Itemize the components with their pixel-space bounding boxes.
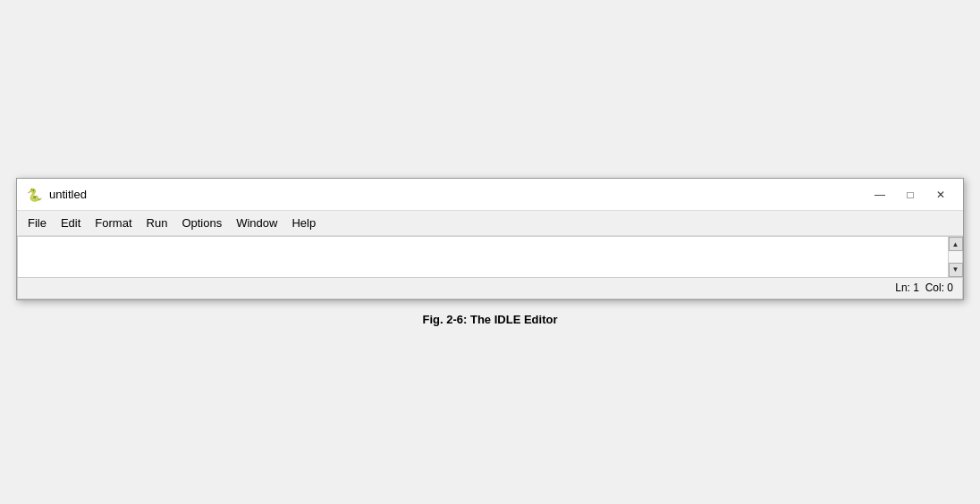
title-bar-left: 🐍 untitled [26, 187, 87, 203]
menu-help[interactable]: Help [284, 214, 323, 231]
menu-file[interactable]: File [21, 214, 54, 231]
vertical-scrollbar[interactable]: ▲ ▼ [948, 237, 962, 276]
menu-run[interactable]: Run [139, 214, 175, 231]
app-icon: 🐍 [26, 187, 42, 203]
scroll-down-button[interactable]: ▼ [949, 263, 963, 277]
idle-window: 🐍 untitled — □ ✕ File Edit Format Run Op… [16, 178, 964, 299]
close-button[interactable]: ✕ [927, 185, 954, 205]
figure-caption: Fig. 2-6: The IDLE Editor [423, 313, 558, 326]
scroll-track[interactable] [949, 251, 962, 262]
menu-format[interactable]: Format [88, 214, 139, 231]
col-number [919, 281, 925, 294]
window-title: untitled [49, 188, 87, 201]
title-bar: 🐍 untitled — □ ✕ [17, 179, 963, 211]
menu-options[interactable]: Options [174, 214, 229, 231]
scroll-up-button[interactable]: ▲ [949, 237, 963, 251]
menu-bar: File Edit Format Run Options Window Help [17, 211, 963, 236]
maximize-button[interactable]: □ [897, 185, 924, 205]
code-editor[interactable] [18, 237, 948, 276]
menu-window[interactable]: Window [229, 214, 284, 231]
line-number: Ln: 1 [895, 281, 919, 294]
window-controls: — □ ✕ [866, 185, 954, 205]
menu-edit[interactable]: Edit [54, 214, 88, 231]
status-bar: Ln: 1 Col: 0 [18, 277, 962, 298]
col-value: Col: 0 [925, 281, 953, 294]
editor-area: ▲ ▼ Ln: 1 Col: 0 [17, 236, 963, 298]
editor-content: ▲ ▼ [18, 237, 962, 276]
app-wrapper: 🐍 untitled — □ ✕ File Edit Format Run Op… [16, 178, 964, 325]
minimize-button[interactable]: — [866, 185, 893, 205]
